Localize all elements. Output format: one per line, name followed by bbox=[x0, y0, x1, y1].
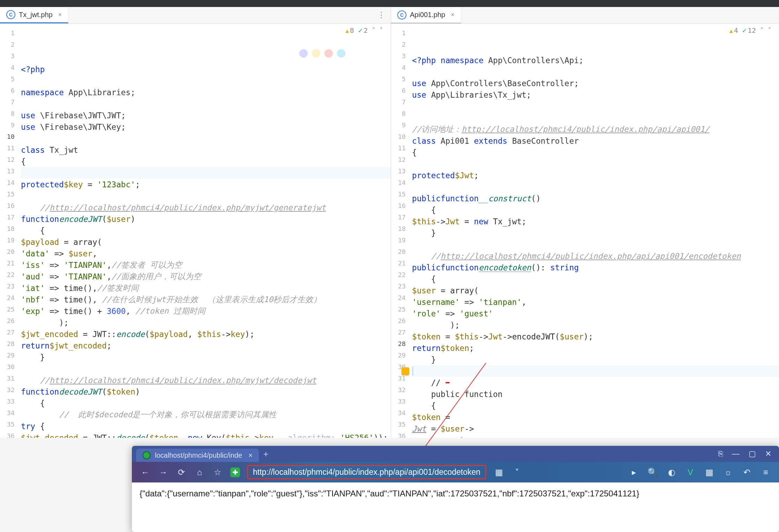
vue-icon[interactable]: V bbox=[685, 467, 696, 478]
back-icon[interactable]: ← bbox=[140, 467, 151, 478]
code-left[interactable]: 8 2 ˄ ˅ <?phpnamespace App\Libraries;use… bbox=[21, 24, 391, 438]
code-line[interactable]: 'nbf' => time(), //在什么时候jwt开始生效 （这里表示生成1… bbox=[21, 294, 391, 305]
code-line[interactable]: // 此时$decoded是一个对象，你可以根据需要访问其属性 bbox=[21, 409, 391, 420]
code-line[interactable] bbox=[412, 158, 779, 170]
new-tab-button[interactable]: ＋ bbox=[259, 446, 273, 462]
code-line[interactable]: <?php namespace App\Controllers\Api; bbox=[412, 54, 779, 66]
code-line[interactable]: $this->Jwt = new Tx_jwt; bbox=[412, 216, 779, 227]
forward-icon[interactable]: → bbox=[158, 467, 169, 478]
code-line[interactable]: } bbox=[412, 227, 779, 239]
code-line[interactable] bbox=[21, 167, 391, 179]
theme-icon[interactable]: ☼ bbox=[722, 467, 734, 478]
code-line[interactable]: } bbox=[412, 354, 779, 365]
tab-api001[interactable]: C Api001.php × bbox=[391, 7, 461, 23]
url-box[interactable]: http://localhost/phmci4/public/index.php… bbox=[247, 465, 486, 479]
code-line[interactable]: protected $Jwt; bbox=[412, 170, 779, 181]
reload-icon[interactable]: ⟳ bbox=[176, 467, 187, 478]
editor-left[interactable]: 1234567891011121314151617181920212223242… bbox=[0, 24, 391, 438]
apps-icon[interactable]: ▦ bbox=[704, 467, 715, 478]
code-line[interactable]: public function __construct() bbox=[412, 193, 779, 204]
code-line[interactable] bbox=[21, 363, 391, 374]
code-line[interactable]: //http://localhost/phmci4/public/index.p… bbox=[21, 374, 391, 386]
code-line[interactable]: use \Firebase\JWT\JWT; bbox=[21, 110, 391, 121]
tab-overflow-menu[interactable]: ⋮ bbox=[377, 10, 385, 20]
code-line[interactable] bbox=[412, 112, 779, 123]
minimize-icon[interactable]: — bbox=[732, 449, 740, 458]
code-line[interactable]: public function encodetoken(): string bbox=[412, 262, 779, 273]
warn-count[interactable]: 4 bbox=[729, 26, 738, 35]
home-icon[interactable]: ⌂ bbox=[194, 467, 205, 478]
code-line[interactable]: <?php bbox=[21, 63, 391, 75]
code-line[interactable]: return $jwt_encoded; bbox=[21, 340, 391, 351]
code-line[interactable]: //http://localhost/phmci4/public/index.p… bbox=[412, 250, 779, 262]
browser-viewport[interactable]: {"data":{"username":"tianpan","role":"gu… bbox=[132, 482, 779, 532]
code-line[interactable]: $user = array( bbox=[412, 285, 779, 296]
code-line[interactable]: ); bbox=[412, 319, 779, 331]
menu-icon[interactable]: ≡ bbox=[760, 467, 771, 478]
intention-bulb-icon[interactable] bbox=[402, 367, 409, 375]
url-text[interactable]: http://localhost/phmci4/public/index.php… bbox=[247, 465, 486, 479]
code-line[interactable]: } bbox=[21, 351, 391, 363]
code-line[interactable]: namespace App\Libraries; bbox=[21, 87, 391, 98]
tab-tx-jwt[interactable]: C Tx_jwt.php × bbox=[0, 7, 68, 23]
code-line[interactable]: 'aud' => 'TIANPAN',//面象的用户，可以为空 bbox=[21, 271, 391, 282]
code-line[interactable]: { bbox=[21, 397, 391, 409]
inspection-badges-right[interactable]: 4 12 ˄ ˅ bbox=[729, 26, 771, 35]
close-icon[interactable]: ✕ bbox=[765, 449, 771, 458]
code-line[interactable]: $payload = array( bbox=[21, 236, 391, 248]
chevron-down-icon[interactable]: ˅ bbox=[511, 467, 523, 478]
bing-icon[interactable]: ▸ bbox=[628, 467, 639, 478]
code-line[interactable]: use App\Controllers\BaseController; bbox=[412, 77, 779, 89]
code-line[interactable]: class Tx_jwt bbox=[21, 144, 391, 156]
code-line[interactable] bbox=[412, 365, 779, 377]
editor-right[interactable]: 1234567891011121314151617181920212223242… bbox=[391, 24, 779, 438]
close-icon[interactable]: × bbox=[248, 451, 253, 459]
code-line[interactable]: try { bbox=[21, 420, 391, 432]
close-icon[interactable]: × bbox=[58, 11, 62, 18]
code-right[interactable]: 4 12 ˄ ˅ <?php namespace App\Controllers… bbox=[412, 24, 779, 438]
code-line[interactable]: function encodeJWT($user) bbox=[21, 213, 391, 225]
code-line[interactable]: ); bbox=[21, 317, 391, 328]
qr-icon[interactable]: ▦ bbox=[493, 467, 504, 478]
code-line[interactable]: return bbox=[412, 434, 779, 438]
chevron-down-icon[interactable]: ˅ bbox=[380, 26, 383, 35]
code-line[interactable] bbox=[412, 66, 779, 77]
code-line[interactable] bbox=[21, 133, 391, 144]
warn-count[interactable]: 8 bbox=[345, 26, 354, 35]
code-line[interactable]: $jwt_decoded = JWT::decode($token, new K… bbox=[21, 432, 391, 438]
search-icon[interactable]: 🔍 bbox=[647, 467, 658, 478]
code-line[interactable]: { bbox=[412, 147, 779, 158]
code-line[interactable]: use \Firebase\JWT\Key; bbox=[21, 121, 391, 133]
code-line[interactable]: 'username' => 'tianpan', bbox=[412, 296, 779, 308]
code-line[interactable]: { bbox=[21, 225, 391, 236]
close-icon[interactable]: × bbox=[451, 11, 455, 18]
code-line[interactable]: public function bbox=[412, 388, 779, 400]
code-line[interactable]: //访问地址：http://localhost/phmci4/public/in… bbox=[412, 123, 779, 135]
undo-icon[interactable]: ↶ bbox=[741, 467, 752, 478]
code-line[interactable]: { bbox=[412, 273, 779, 285]
code-line[interactable]: $jwt_encoded = JWT::encode($payload, $th… bbox=[21, 328, 391, 340]
code-line[interactable]: 'data' => $user, bbox=[21, 248, 391, 259]
code-line[interactable]: class Api001 extends BaseController bbox=[412, 135, 779, 147]
code-line[interactable]: // bbox=[412, 377, 779, 388]
chevron-up-icon[interactable]: ˄ bbox=[760, 26, 764, 35]
code-line[interactable] bbox=[21, 98, 391, 110]
decodetoken-fn[interactable] bbox=[445, 382, 450, 383]
code-line[interactable]: 'iss' => 'TIANPAN',//签发者 可以为空 bbox=[21, 259, 391, 271]
code-line[interactable]: return $token; bbox=[412, 342, 779, 354]
code-line[interactable] bbox=[21, 75, 391, 87]
check-count[interactable]: 12 bbox=[742, 26, 756, 35]
browser-tab[interactable]: localhost/phmci4/public/inde × bbox=[136, 449, 259, 462]
code-line[interactable]: //http://localhost/phmci4/public/index.p… bbox=[21, 202, 391, 213]
maximize-icon[interactable]: ▢ bbox=[749, 449, 756, 458]
code-line[interactable] bbox=[412, 181, 779, 193]
code-line[interactable]: { bbox=[412, 400, 779, 411]
code-line[interactable] bbox=[21, 190, 391, 202]
code-line[interactable] bbox=[412, 100, 779, 112]
code-line[interactable]: 'exp' => time() + 3600, //token 过期时间 bbox=[21, 305, 391, 317]
code-line[interactable]: Jwt = $user-> bbox=[412, 423, 779, 434]
code-line[interactable]: { bbox=[412, 204, 779, 216]
chevron-down-icon[interactable]: ˅ bbox=[768, 26, 771, 35]
code-line[interactable]: { bbox=[21, 156, 391, 167]
lens-icon[interactable]: ◐ bbox=[666, 467, 677, 478]
